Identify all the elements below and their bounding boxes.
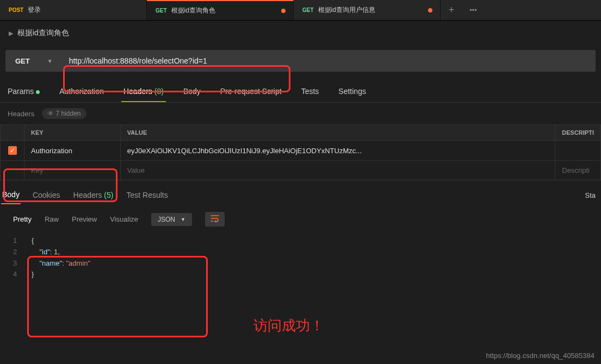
tab-method-label: POST <box>9 7 23 13</box>
col-check <box>1 125 24 141</box>
request-url-bar: GET ▼ <box>5 50 596 72</box>
resp-tab-testresults[interactable]: Test Results <box>125 186 169 204</box>
add-tab-button[interactable]: + <box>441 0 462 20</box>
table-row-new[interactable]: Key Value Descripti <box>1 161 601 180</box>
tab-method-label: GET <box>302 7 314 13</box>
chevron-down-icon: ▼ <box>181 217 185 222</box>
tab-get-user[interactable]: GET 根据id查询用户信息 <box>294 0 441 20</box>
resp-tab-cookies[interactable]: Cookies <box>32 186 61 204</box>
tab-tests[interactable]: Tests <box>299 81 321 102</box>
wrap-icon <box>210 215 219 222</box>
response-status: Sta <box>585 191 601 199</box>
key-placeholder[interactable]: Key <box>24 161 121 180</box>
chevron-down-icon: ▼ <box>47 58 53 64</box>
tabs-bar: POST 登录 GET 根据id查询角色 GET 根据id查询用户信息 + ••… <box>0 0 601 21</box>
annotation-text: 访问成功！ <box>253 316 324 335</box>
viewer-raw[interactable]: Raw <box>45 215 59 223</box>
header-key-cell[interactable]: Authorization <box>24 141 121 161</box>
format-select[interactable]: JSON ▼ <box>151 213 192 226</box>
header-desc-cell[interactable] <box>555 141 601 161</box>
tab-headers[interactable]: Headers (8) <box>121 81 166 102</box>
breadcrumb[interactable]: ▶ 根据id查询角色 <box>0 21 601 46</box>
viewer-bar: Pretty Raw Preview Visualize JSON ▼ <box>0 204 601 234</box>
viewer-preview[interactable]: Preview <box>72 215 97 223</box>
tab-method-label: GET <box>156 8 167 14</box>
value-placeholder[interactable]: Value <box>120 161 555 180</box>
url-input[interactable] <box>63 50 596 72</box>
table-row[interactable]: ✓ Authorization eyJ0eXAiOiJKV1QiLCJhbGci… <box>1 141 601 161</box>
col-value: VALUE <box>120 125 555 141</box>
response-tabs: Body Cookies Headers (5) Test Results St… <box>0 180 601 204</box>
breadcrumb-title: 根据id查询角色 <box>17 28 69 38</box>
line-numbers: 1234 <box>13 235 17 280</box>
tab-body[interactable]: Body <box>181 81 203 102</box>
table-header-row: KEY VALUE DESCRIPTI <box>1 125 601 141</box>
eye-icon: 👁 <box>47 110 54 117</box>
tab-name: 登录 <box>28 5 41 15</box>
tab-get-role[interactable]: GET 根据id查询角色 <box>147 0 294 20</box>
more-tabs-button[interactable]: ••• <box>462 0 484 20</box>
unsaved-dot-icon <box>281 9 286 13</box>
header-value-cell[interactable]: eyJ0eXAiOiJKV1QiLCJhbGciOiJIUzI1NiJ9.eyJ… <box>120 141 555 161</box>
viewer-visualize[interactable]: Visualize <box>110 215 138 223</box>
headers-subheader: Headers 👁 7 hidden <box>0 103 601 124</box>
method-select[interactable]: GET ▼ <box>5 50 63 72</box>
tab-params[interactable]: Params <box>5 81 42 102</box>
row-checkbox[interactable]: ✓ <box>8 146 17 155</box>
resp-tab-body[interactable]: Body <box>1 186 21 204</box>
headers-label: Headers <box>8 110 34 118</box>
headers-table: KEY VALUE DESCRIPTI ✓ Authorization eyJ0… <box>0 124 601 180</box>
tab-authorization[interactable]: Authorization <box>57 81 106 102</box>
request-tabs: Params Authorization Headers (8) Body Pr… <box>0 81 601 103</box>
tab-post-login[interactable]: POST 登录 <box>0 0 147 20</box>
wrap-lines-button[interactable] <box>205 212 225 227</box>
tab-settings[interactable]: Settings <box>336 81 368 102</box>
col-desc: DESCRIPTI <box>555 125 601 141</box>
chevron-right-icon: ▶ <box>9 30 13 37</box>
resp-tab-headers[interactable]: Headers (5) <box>72 186 115 204</box>
method-label: GET <box>15 57 30 65</box>
unsaved-dot-icon <box>428 8 432 12</box>
tab-name: 根据id查询角色 <box>171 6 215 15</box>
tab-name: 根据id查询用户信息 <box>318 5 375 15</box>
response-body-viewer[interactable]: 1234 { "id": 1, "name": "admin" } <box>0 234 601 291</box>
tab-prerequest[interactable]: Pre-request Script <box>218 81 284 102</box>
viewer-pretty[interactable]: Pretty <box>13 215 32 223</box>
desc-placeholder[interactable]: Descripti <box>555 161 601 180</box>
toggle-hidden-button[interactable]: 👁 7 hidden <box>42 108 86 119</box>
col-key: KEY <box>24 125 121 141</box>
watermark: https://blog.csdn.net/qq_40585384 <box>486 352 595 360</box>
params-active-dot-icon <box>36 90 40 94</box>
